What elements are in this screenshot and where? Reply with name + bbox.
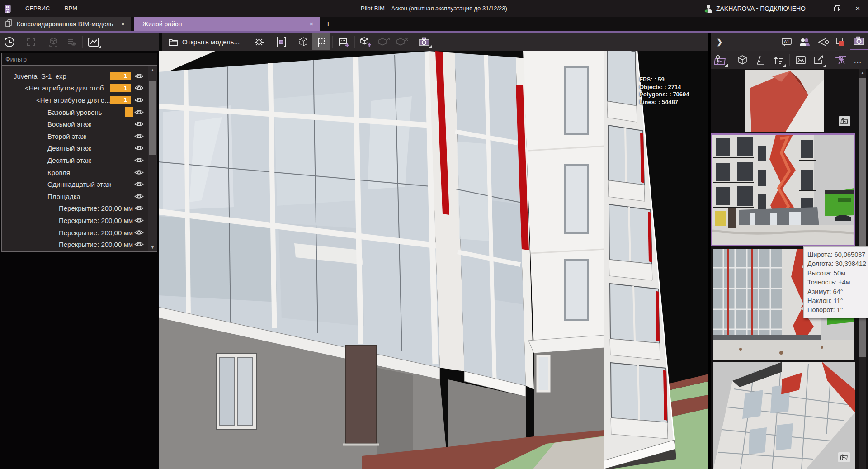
app-logo-icon (4, 4, 12, 14)
minimize-button[interactable]: — (806, 0, 826, 17)
screenshot-camera-icon[interactable] (415, 33, 433, 50)
add-object-icon[interactable] (357, 33, 375, 50)
collapse-panel-icon[interactable]: ❯ (711, 38, 728, 46)
photo-panel: ❯ A1 (711, 33, 868, 469)
export-photo-icon[interactable] (810, 52, 828, 69)
render-stats: FPS: : 59Objects: : 2714Polygons: : 7069… (639, 76, 689, 106)
tree-scrollbar[interactable]: ▲ ▼ (148, 66, 157, 251)
settings-gear-icon[interactable] (250, 33, 268, 50)
visibility-eye-icon[interactable] (134, 217, 144, 224)
notes-icon[interactable]: A1 (778, 33, 796, 50)
visibility-eye-icon[interactable] (134, 133, 144, 140)
geo-metadata-tooltip: Широта: 60,065037Долгота: 30,398412Высот… (803, 246, 868, 318)
tree-item[interactable]: Перекрытие: 200,00 мм (2, 227, 148, 239)
object-in-icon[interactable] (375, 33, 393, 50)
restore-button[interactable] (826, 0, 847, 17)
open-model-button[interactable]: Открыть модель... (162, 33, 246, 51)
image-icon[interactable] (792, 52, 810, 69)
tree-item-label: Кровля (2, 169, 70, 176)
visibility-eye-icon[interactable] (134, 241, 144, 248)
cube-view-icon[interactable] (733, 52, 751, 69)
photo-thumbnail-2-selected[interactable] (711, 133, 855, 246)
tree-item[interactable]: Перекрытие: 200,00 мм (2, 238, 148, 251)
tree-item-label: Juventa_S-1_exp (2, 72, 66, 80)
visibility-eye-icon[interactable] (134, 205, 144, 212)
tree-item[interactable]: Девятый этаж (2, 142, 148, 155)
tab-residential-district[interactable]: Жилой район × (134, 17, 320, 31)
tree-item[interactable]: Кровля (2, 166, 148, 179)
svg-text:A1: A1 (784, 39, 789, 44)
section-box-icon[interactable] (294, 33, 312, 50)
scene-3d[interactable]: FPS: : 59Objects: : 2714Polygons: : 7069… (159, 51, 708, 469)
visibility-eye-icon[interactable] (134, 121, 144, 128)
visibility-eye-icon[interactable] (134, 169, 144, 176)
visibility-eye-icon[interactable] (134, 229, 144, 236)
tree-item-label: Площадка (2, 193, 80, 200)
view-direction-icon[interactable] (814, 33, 832, 50)
tree-item[interactable]: Одиннадцатый этаж (2, 178, 148, 190)
visibility-eye-icon[interactable] (134, 109, 144, 116)
user-status[interactable]: ZAKHAROVA • ПОДКЛЮЧЕНО (703, 4, 806, 13)
clip-region-icon[interactable] (312, 33, 330, 50)
visibility-eye-icon[interactable] (134, 85, 144, 91)
menu-rpm[interactable]: RPM (57, 0, 85, 17)
tree-item[interactable]: Восьмой этаж (2, 118, 148, 130)
scroll-down-icon[interactable]: ▼ (148, 244, 157, 251)
contacts-icon[interactable] (796, 33, 814, 50)
tree-item[interactable]: Juventa_S-1_exp 1 (2, 70, 148, 82)
open-model-label: Открыть модель... (182, 38, 240, 46)
photos-tab-camera-icon[interactable] (850, 33, 868, 50)
scrollbar-thumb[interactable] (149, 81, 156, 155)
tab-consolidated-bim-model[interactable]: Консолидированная BIM-модель × (0, 17, 131, 31)
sort-order-icon[interactable] (769, 52, 788, 69)
tree-item[interactable]: <Нет атрибутов для о... 1 (2, 94, 148, 106)
viewport-3d[interactable]: Открыть модель... (159, 33, 708, 469)
overlay-compare-icon[interactable] (832, 33, 850, 50)
tree-item-label: <Нет атрибутов для отоб... (2, 84, 109, 92)
tab-label: Жилой район (142, 20, 182, 28)
tree-item[interactable]: Перекрытие: 200,00 мм (2, 214, 148, 227)
history-icon[interactable] (0, 33, 18, 50)
visibility-eye-icon[interactable] (134, 181, 144, 188)
new-tab-button[interactable]: + (320, 17, 337, 31)
more-tools-icon[interactable]: … (850, 56, 866, 65)
tree-item[interactable]: Базовый уровень (2, 106, 148, 118)
tree-item-label: Перекрытие: 200,00 мм (2, 241, 133, 248)
scroll-up-icon[interactable]: ▲ (148, 66, 157, 73)
visibility-eye-icon[interactable] (134, 97, 144, 104)
tree-item[interactable]: Второй этаж (2, 130, 148, 142)
select-frame-icon[interactable] (272, 33, 290, 50)
tree-item[interactable]: Площадка (2, 190, 148, 203)
visibility-eye-icon[interactable] (134, 145, 144, 152)
map-pin-icon[interactable] (711, 52, 729, 69)
photo-thumbnail-1[interactable] (745, 70, 824, 132)
object-delete-icon[interactable] (393, 33, 411, 50)
isolate-object-icon[interactable] (44, 33, 62, 50)
visibility-eye-icon[interactable] (134, 73, 144, 80)
tree-item[interactable]: <Нет атрибутов для отоб... 1 (2, 82, 148, 95)
tree-item[interactable]: Десятый этаж (2, 154, 148, 166)
chart-mode-icon[interactable] (85, 33, 103, 50)
tree-item-label: <Нет атрибутов для о... (2, 96, 110, 104)
add-note-icon[interactable] (335, 33, 353, 50)
visibility-eye-icon[interactable] (134, 157, 144, 164)
geo-pin-icon (838, 452, 850, 462)
tab-close-icon[interactable]: × (308, 20, 315, 28)
angle-measure-icon[interactable] (751, 52, 769, 69)
visibility-eye-icon[interactable] (134, 193, 144, 200)
tripod-camera-icon[interactable] (832, 52, 850, 69)
tree-item[interactable]: Перекрытие: 200,00 мм (2, 203, 148, 215)
filter-input[interactable] (2, 53, 157, 66)
building-model-render (159, 51, 708, 469)
geo-tooltip-line: Азимут: 64° (807, 287, 868, 296)
tab-label: Консолидированная BIM-модель (17, 20, 113, 28)
scroll-up-icon[interactable]: ▲ (859, 69, 866, 76)
visibility-list-icon[interactable] (62, 33, 80, 50)
tab-close-icon[interactable]: × (119, 20, 127, 28)
title-bar: СЕРВИС RPM Pilot-BIM – Аскон (опытная эк… (0, 0, 868, 17)
fit-view-icon[interactable] (22, 33, 40, 50)
documents-icon (5, 19, 13, 29)
photo-thumbnail-4[interactable] (713, 362, 855, 469)
close-button[interactable]: × (847, 0, 868, 17)
menu-service[interactable]: СЕРВИС (18, 0, 57, 17)
